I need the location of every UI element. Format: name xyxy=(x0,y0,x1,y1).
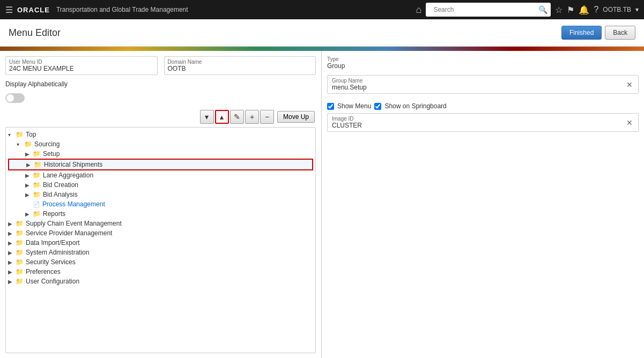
add-button[interactable]: + xyxy=(245,110,259,124)
tree-node-historical-shipments[interactable]: ▶ 📁 Historical Shipments xyxy=(8,159,313,170)
app-title: Transportation and Global Trade Manageme… xyxy=(56,6,188,13)
user-menu-id-value: 24C MENU EXAMPLE xyxy=(9,65,154,72)
tree-arrow-supply: ▶ xyxy=(8,221,16,227)
folder-icon-supply: 📁 xyxy=(16,220,24,227)
tree-node-setup[interactable]: ▶ 📁 Setup xyxy=(8,149,313,159)
tree-node-lane-aggregation[interactable]: ▶ 📁 Lane Aggregation xyxy=(8,170,313,180)
tree-label-process-mgmt[interactable]: Process Management xyxy=(42,200,105,208)
tree-node-data-import[interactable]: ▶ 📁 Data Import/Export xyxy=(8,238,313,248)
edit-button[interactable]: ✎ xyxy=(230,110,244,124)
tree-label-setup: Setup xyxy=(43,150,60,158)
group-name-label: Group Name xyxy=(332,78,625,84)
home-icon[interactable]: ⌂ xyxy=(416,4,422,16)
tree-arrow-reports: ▶ xyxy=(25,211,33,217)
main-content: User Menu ID 24C MENU EXAMPLE Domain Nam… xyxy=(0,51,644,358)
help-icon[interactable]: ? xyxy=(594,5,598,14)
tree-node-user-config[interactable]: ▶ 📁 User Configuration xyxy=(8,277,313,286)
chevron-down-icon[interactable]: ▾ xyxy=(635,6,639,13)
left-panel: User Menu ID 24C MENU EXAMPLE Domain Nam… xyxy=(0,51,322,358)
up-arrow-button[interactable]: ▴ xyxy=(215,110,229,124)
search-icon[interactable]: 🔍 xyxy=(538,5,547,14)
menu-icon[interactable]: ☰ xyxy=(5,5,13,15)
star-icon[interactable]: ☆ xyxy=(555,5,562,15)
show-menu-checkbox[interactable] xyxy=(327,103,334,110)
tree-node-top[interactable]: ▾ 📁 Top xyxy=(8,130,313,139)
tree-node-sourcing[interactable]: ▾ 📁 Sourcing xyxy=(8,139,313,149)
user-menu-id-label: User Menu ID xyxy=(9,59,154,65)
image-id-field-group: Image ID CLUSTER ✕ xyxy=(327,113,639,132)
folder-icon-prefs: 📁 xyxy=(16,268,24,275)
user-label[interactable]: OOTB.TB xyxy=(603,6,631,13)
tree-node-reports[interactable]: ▶ 📁 Reports xyxy=(8,209,313,219)
tree-arrow-bid-analysis: ▶ xyxy=(25,192,33,198)
folder-icon-sourcing: 📁 xyxy=(24,140,32,148)
tree-arrow-setup: ▶ xyxy=(25,151,33,157)
tree-arrow-bid-creation: ▶ xyxy=(25,182,33,188)
tree-arrow-sysadmin: ▶ xyxy=(8,250,16,256)
tree-node-supply-chain[interactable]: ▶ 📁 Supply Chain Event Management xyxy=(8,219,313,228)
topbar: ☰ ORACLE Transportation and Global Trade… xyxy=(0,0,644,19)
tree-arrow-top: ▾ xyxy=(8,132,16,138)
type-field-group: Type Group xyxy=(327,56,639,70)
folder-icon-bid-analysis: 📁 xyxy=(33,191,41,198)
display-alpha-toggle[interactable] xyxy=(5,93,25,103)
tree-node-service-provider[interactable]: ▶ 📁 Service Provider Management xyxy=(8,228,313,238)
tree-label-top: Top xyxy=(26,131,36,138)
group-name-field-group: Group Name menu.Setup ✕ xyxy=(327,75,639,94)
show-on-springboard-checkbox[interactable] xyxy=(374,103,381,110)
show-menu-label: Show Menu xyxy=(337,102,371,110)
tree-label-lane: Lane Aggregation xyxy=(43,171,93,179)
tree-arrow-prefs: ▶ xyxy=(8,269,16,275)
move-up-button[interactable]: Move Up xyxy=(277,111,315,123)
folder-icon-reports: 📁 xyxy=(33,210,41,218)
tree-label-security: Security Services xyxy=(26,258,76,266)
tree-label-bid-creation: Bid Creation xyxy=(43,181,78,189)
type-value: Group xyxy=(327,62,345,70)
tree-label-sysadmin: System Administration xyxy=(26,249,90,256)
page-header: Menu Editor Finished Back xyxy=(0,19,644,47)
image-id-clear-button[interactable]: ✕ xyxy=(625,118,634,127)
tree-node-preferences[interactable]: ▶ 📁 Preferences xyxy=(8,267,313,277)
user-menu-id-field: User Menu ID 24C MENU EXAMPLE xyxy=(5,56,158,75)
remove-button[interactable]: − xyxy=(260,110,274,124)
finished-button[interactable]: Finished xyxy=(561,26,602,40)
doc-icon-process: 📄 xyxy=(33,201,40,208)
tree-node-bid-creation[interactable]: ▶ 📁 Bid Creation xyxy=(8,180,313,190)
bell-icon[interactable]: 🔔 xyxy=(579,5,589,15)
tree-node-bid-analysis[interactable]: ▶ 📁 Bid Analysis xyxy=(8,190,313,199)
show-on-springboard-label: Show on Springboard xyxy=(384,102,446,110)
tree-node-security[interactable]: ▶ 📁 Security Services xyxy=(8,257,313,267)
banner-image xyxy=(0,47,644,51)
tree-node-process-mgmt[interactable]: 📄 Process Management xyxy=(8,199,313,209)
folder-icon-lane: 📁 xyxy=(33,171,41,179)
tree-toolbar: ▾ ▴ ✎ + − Move Up xyxy=(5,110,316,124)
oracle-logo: ORACLE xyxy=(17,6,50,14)
group-name-clear-button[interactable]: ✕ xyxy=(625,80,634,89)
tree-arrow-data: ▶ xyxy=(8,240,16,246)
folder-icon-service: 📁 xyxy=(16,229,24,237)
tree-label-service: Service Provider Management xyxy=(26,229,112,237)
display-alphabetically-row: Display Alphabetically xyxy=(5,80,316,88)
display-alpha-label: Display Alphabetically xyxy=(5,80,68,88)
flag-icon[interactable]: ⚑ xyxy=(567,5,574,15)
tree-label-prefs: Preferences xyxy=(26,268,61,275)
image-id-label: Image ID xyxy=(332,116,625,122)
tree-container: ▾ 📁 Top ▾ 📁 Sourcing ▶ 📁 Setup ▶ 📁 Histo… xyxy=(5,127,316,353)
down-arrow-button[interactable]: ▾ xyxy=(200,110,214,124)
tree-label-data: Data Import/Export xyxy=(26,239,80,247)
type-label: Type xyxy=(327,56,345,62)
tree-arrow-security: ▶ xyxy=(8,259,16,265)
right-panel: Type Group Group Name menu.Setup ✕ Show … xyxy=(322,51,644,358)
search-wrapper: 🔍 xyxy=(426,3,551,17)
tree-node-system-admin[interactable]: ▶ 📁 System Administration xyxy=(8,248,313,257)
back-button[interactable]: Back xyxy=(605,26,635,40)
folder-icon-bid-creation: 📁 xyxy=(33,181,41,189)
header-buttons: Finished Back xyxy=(561,26,635,40)
domain-name-label: Domain Name xyxy=(168,59,313,65)
tree-label-sourcing: Sourcing xyxy=(34,140,60,148)
image-id-value: CLUSTER xyxy=(332,122,625,129)
search-input[interactable] xyxy=(429,4,536,16)
tree-label-supply: Supply Chain Event Management xyxy=(26,220,122,227)
tree-arrow-historical: ▶ xyxy=(26,162,34,168)
tree-arrow-sourcing: ▾ xyxy=(17,141,24,147)
